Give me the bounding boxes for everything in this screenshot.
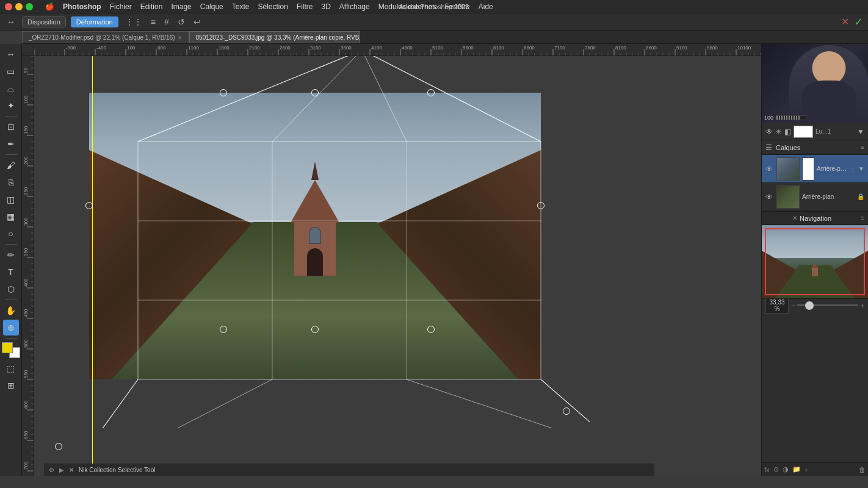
- tool-clone[interactable]: ⎘: [3, 174, 19, 190]
- menu-edition[interactable]: Edition: [140, 2, 163, 11]
- foreground-color[interactable]: [2, 342, 13, 353]
- tool-gradient[interactable]: ▦: [3, 209, 19, 224]
- minimize-button[interactable]: [15, 3, 23, 10]
- mask-icon[interactable]: ◧: [784, 127, 791, 136]
- deformation-button[interactable]: Déformation: [71, 16, 118, 27]
- status-expand[interactable]: ▶: [59, 467, 64, 473]
- nav-zoom-out-icon[interactable]: −: [791, 302, 795, 309]
- separator-2: [5, 154, 17, 155]
- webcam-bar-fill-1: [776, 116, 800, 120]
- tool-screen-mode[interactable]: ⊞: [3, 378, 19, 393]
- reset-icon[interactable]: ↺: [176, 16, 187, 28]
- layer-0-options[interactable]: ▼: [858, 165, 864, 172]
- layer-1-visibility-icon[interactable]: 👁: [765, 193, 774, 201]
- color-swatch[interactable]: [794, 126, 813, 138]
- nav-zoom-thumb[interactable]: [805, 301, 814, 310]
- add-adjustment-icon[interactable]: ◑: [783, 465, 789, 473]
- layer-0-chain-icon[interactable]: ⋮: [850, 165, 856, 172]
- menu-image[interactable]: Image: [171, 2, 191, 11]
- tool-dodge[interactable]: ○: [3, 226, 19, 242]
- undo-icon[interactable]: ↩: [192, 16, 203, 28]
- status-icon: ⚙: [49, 467, 54, 473]
- menu-3d[interactable]: 3D: [322, 2, 331, 11]
- cp-bot-left[interactable]: [220, 326, 227, 333]
- menu-aide[interactable]: Aide: [479, 2, 493, 11]
- ruler-vertical: [22, 44, 34, 476]
- add-layer-icon[interactable]: +: [805, 466, 808, 473]
- layers-bottom-bar: fx ⊙ ◑ 📁 + 🗑: [762, 462, 868, 476]
- tool-lasso[interactable]: ⌓: [3, 81, 19, 96]
- nav-thumbnail[interactable]: [762, 225, 868, 298]
- move-icon[interactable]: ↔: [5, 16, 17, 28]
- tool-type[interactable]: T: [3, 264, 19, 280]
- layers-options-icon[interactable]: ≡: [861, 144, 864, 151]
- cp-bot-right[interactable]: [427, 326, 435, 333]
- tool-zoom[interactable]: ⊕: [3, 320, 19, 336]
- tool-brush[interactable]: 🖌: [3, 157, 19, 173]
- nav-close-icon[interactable]: ✕: [792, 215, 797, 221]
- cancel-transform-button[interactable]: ✕: [841, 16, 849, 27]
- cp-mid-right[interactable]: [537, 202, 544, 209]
- tool-pen[interactable]: ✏: [3, 247, 19, 263]
- layer-row-1[interactable]: 👁 Arrière-plan 🔒: [762, 183, 868, 211]
- nav-zoom-in-icon[interactable]: +: [861, 302, 864, 309]
- menu-fenetre[interactable]: Fenêtre: [444, 2, 469, 11]
- nav-zoom-value[interactable]: 33,33 %: [765, 298, 789, 314]
- tool-move[interactable]: ↔: [3, 46, 19, 62]
- tool-hand[interactable]: ✋: [3, 303, 19, 318]
- tool-path[interactable]: ⬡: [3, 281, 19, 297]
- layer-row-0[interactable]: 👁 Arrière-plan copie ⋮ ▼: [762, 155, 868, 183]
- menu-calque[interactable]: Calque: [200, 2, 223, 11]
- adjust-icon[interactable]: ☀: [775, 127, 782, 136]
- layer-0-visibility-icon[interactable]: 👁: [765, 165, 774, 173]
- menu-photoshop[interactable]: Photoshop: [63, 2, 101, 11]
- nav-zoom-slider[interactable]: [797, 304, 858, 306]
- add-mask-icon[interactable]: ⊙: [773, 465, 779, 473]
- layer-settings-icon[interactable]: ▼: [857, 127, 864, 136]
- tool-crop[interactable]: ⊡: [3, 119, 19, 135]
- menu-affichage[interactable]: Affichage: [339, 2, 370, 11]
- tool-select-rect[interactable]: ▭: [3, 63, 19, 79]
- close-button[interactable]: [5, 3, 12, 10]
- delete-layer-icon[interactable]: 🗑: [859, 466, 866, 473]
- maximize-button[interactable]: [26, 3, 33, 10]
- nav-expand-icon[interactable]: ≡: [861, 215, 864, 221]
- apple-menu[interactable]: 🍎: [45, 2, 54, 11]
- canvas-area[interactable]: ⚙ ▶ ✕ Nik Collection Selective Tool: [22, 44, 761, 476]
- menu-texte[interactable]: Texte: [232, 2, 250, 11]
- separator-1: [5, 116, 17, 117]
- cp-top-left[interactable]: [220, 89, 227, 96]
- canvas-viewport[interactable]: [34, 56, 761, 464]
- menu-modules[interactable]: Modules externes: [378, 2, 436, 11]
- menu-fichier[interactable]: Fichier: [110, 2, 132, 11]
- add-group-icon[interactable]: 📁: [792, 465, 801, 473]
- grid2-icon[interactable]: #: [162, 16, 171, 28]
- tab-1[interactable]: 05012023-_DSC9033.jpg @ 33,3% (Arrière-p…: [189, 31, 360, 43]
- layers-header: ☰ Calques ≡: [762, 140, 868, 155]
- cp-outer-bot-right[interactable]: [563, 407, 570, 415]
- fx-icon[interactable]: fx: [764, 466, 770, 473]
- menu-selection[interactable]: Sélection: [258, 2, 288, 11]
- cp-top-mid[interactable]: [311, 89, 319, 96]
- cp-mid-left[interactable]: [85, 202, 93, 209]
- tool-magic-wand[interactable]: ✦: [3, 98, 19, 113]
- cp-bot-mid[interactable]: [311, 326, 319, 333]
- tool-quick-mask[interactable]: ⬚: [3, 361, 19, 376]
- tab-0-close[interactable]: ✕: [178, 35, 183, 41]
- tab-0[interactable]: _ORZ2710-Modifier.psd @ 22,1% (Calque 1,…: [22, 31, 189, 43]
- color-swatches[interactable]: [2, 342, 20, 358]
- image-canvas[interactable]: [89, 93, 541, 379]
- bars-icon[interactable]: ≡: [149, 16, 157, 28]
- menu-filtre[interactable]: Filtre: [297, 2, 313, 11]
- person-head: [812, 51, 846, 85]
- eye-icon[interactable]: 👁: [765, 127, 773, 136]
- main-layout: ↔ ▭ ⌓ ✦ ⊡ ✒ 🖌 ⎘ ◫ ▦ ○ ✏ T ⬡ ✋ ⊕ ⬚ ⊞: [0, 44, 868, 476]
- cp-outer-bot-left[interactable]: [55, 443, 62, 450]
- disposition-button[interactable]: Disposition: [22, 16, 66, 27]
- svg-line-1: [362, 56, 541, 142]
- cp-top-right[interactable]: [427, 89, 435, 96]
- tool-eraser[interactable]: ◫: [3, 192, 19, 207]
- tool-eyedropper[interactable]: ✒: [3, 136, 19, 152]
- confirm-transform-button[interactable]: ✓: [854, 15, 863, 29]
- grid-icon[interactable]: ⋮⋮: [123, 16, 144, 28]
